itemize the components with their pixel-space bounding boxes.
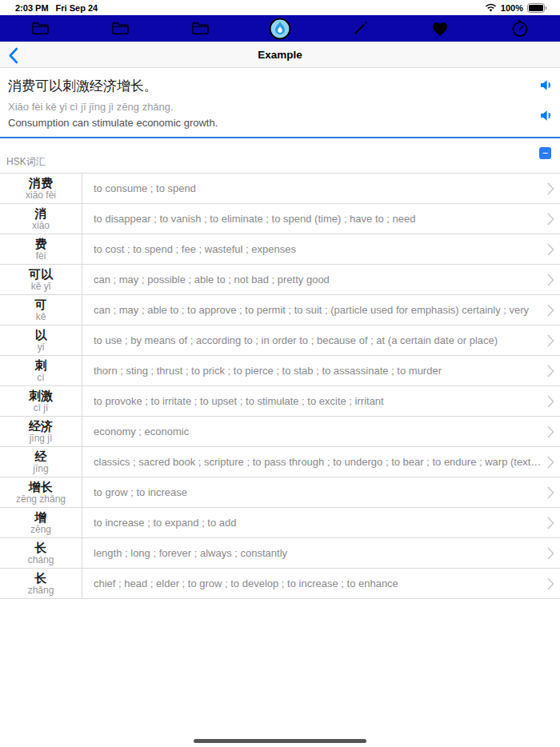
chevron-left-icon [8,47,18,64]
chevron-right-icon [547,547,554,560]
vocab-row[interactable]: 经 jīng classics ; sacred book ; scriptur… [0,447,560,477]
vocab-definition-cell: thorn ; sting ; thrust ; to prick ; to p… [82,356,560,385]
chevron-right-icon [547,304,554,317]
vocab-row[interactable]: 长 zhǎng chief ; head ; elder ; to grow ;… [0,569,560,599]
vocab-word-pinyin: zhǎng [28,585,54,596]
home-indicator[interactable] [194,739,366,743]
vocab-word-cell: 刺激 cì jī [0,386,82,416]
vocab-word-pinyin: jīng jì [30,433,53,444]
vocab-row[interactable]: 增长 zēng zhǎng to grow ; to increase [0,477,560,508]
page-title: Example [258,49,302,61]
vocab-definition: to cost ; to spend ; fee ; wasteful ; ex… [94,243,296,255]
vocab-definition-cell: to use ; by means of ; according to ; in… [82,326,560,355]
vocab-definition: to increase ; to expand ; to add [94,517,237,529]
play-audio-english-button[interactable] [540,110,553,122]
wifi-icon [485,3,497,12]
vocab-definition-cell: economy ; economic [82,417,560,446]
vocab-word: 费 [35,237,47,250]
nav-tab-history[interactable] [480,15,560,42]
vocab-row[interactable]: 长 cháng length ; long ; forever ; always… [0,538,560,569]
nav-tab-favorites[interactable] [400,15,480,42]
chevron-right-icon [547,486,554,499]
vocab-word-pinyin: zēng [30,524,51,535]
sentence-pinyin: Xiāo fèi kě yǐ cì jī jīng jì zēng zhǎng. [8,101,528,113]
vocab-row[interactable]: 增 zēng to increase ; to expand ; to add [0,508,560,538]
vocab-definition-cell: to grow ; to increase [82,477,560,507]
vocab-definition-cell: classics ; sacred book ; scripture ; to … [82,447,560,477]
speaker-icon [540,110,553,122]
vocab-row[interactable]: 消费 xiāo fèi to consume ; to spend [0,174,560,204]
vocab-word: 增 [35,510,47,524]
sentence-english: Consumption can stimulate economic growt… [8,117,528,129]
status-date: Fri Sep 24 [56,3,98,13]
chevron-right-icon [547,577,554,590]
vocab-section-label: HSK词汇 [6,155,46,169]
folder-icon [31,21,50,36]
vocab-word-pinyin: cháng [28,554,54,565]
vocab-row[interactable]: 可以 kě yǐ can ; may ; possible ; able to … [0,265,560,295]
vocab-row[interactable]: 以 yǐ to use ; by means of ; according to… [0,326,560,356]
vocab-definition: chief ; head ; elder ; to grow ; to deve… [94,577,398,589]
vocab-word-cell: 费 fèi [0,234,82,264]
vocab-word-cell: 增长 zēng zhǎng [0,477,82,507]
vocab-word-cell: 经 jīng [0,447,82,477]
chevron-right-icon [547,334,554,347]
vocab-word: 可以 [29,267,53,281]
nav-bar [0,15,560,42]
vocab-row[interactable]: 刺 cì thorn ; sting ; thrust ; to prick ;… [0,356,560,386]
vocab-definition-cell: can ; may ; possible ; able to ; not bad… [82,265,560,294]
sentence-card: 消费可以刺激经济增长。 Xiāo fèi kě yǐ cì jī jīng jì… [0,68,560,137]
vocab-definition: to grow ; to increase [94,486,187,498]
battery-icon [527,3,547,13]
chevron-right-icon [547,456,554,469]
vocab-word-pinyin: jīng [33,463,48,474]
vocab-word: 可 [35,298,47,311]
vocab-word-cell: 长 zhǎng [0,569,82,598]
vocab-word: 以 [35,328,47,342]
vocab-row[interactable]: 经济 jīng jì economy ; economic [0,417,560,447]
nav-tab-flashcards-active[interactable] [240,15,320,42]
vocab-word-pinyin: kě [36,311,46,322]
vocab-word: 经济 [29,419,53,433]
chevron-right-icon [547,395,554,408]
vocab-word: 消 [35,206,47,220]
vocab-word: 消费 [29,176,53,190]
vocab-row[interactable]: 消 xiāo to disappear ; to vanish ; to eli… [0,204,560,234]
vocab-word-pinyin: xiāo [32,220,50,231]
vocab-table: 消费 xiāo fèi to consume ; to spend 消 xiāo… [0,173,560,599]
timer-icon [510,19,530,38]
chevron-right-icon [547,182,554,195]
vocab-row[interactable]: 刺激 cì jī to provoke ; to irritate ; to u… [0,386,560,417]
status-bar: 2:03 PM Fri Sep 24 100% [0,0,560,15]
vocab-section-header: − HSK词汇 [0,138,560,173]
vocab-word: 刺 [35,358,47,372]
vocab-definition-cell: to provoke ; to irritate ; to upset ; to… [82,386,560,416]
vocab-row[interactable]: 可 kě can ; may ; able to ; to approve ; … [0,295,560,326]
vocab-definition: to disappear ; to vanish ; to eliminate … [94,213,416,225]
nav-tab-folder-3[interactable] [160,15,240,42]
chevron-right-icon [547,425,554,438]
vocab-word-cell: 刺 cì [0,356,82,385]
vocab-word-cell: 可以 kě yǐ [0,265,82,294]
vocab-word-pinyin: fèi [36,250,46,262]
chevron-right-icon [547,274,554,286]
nav-tab-edit[interactable] [320,15,400,42]
collapse-vocab-button[interactable]: − [539,147,551,159]
play-audio-chinese-button[interactable] [540,79,553,91]
vocab-definition: length ; long ; forever ; always ; const… [94,547,287,559]
vocab-word: 长 [35,571,47,585]
nav-tab-folder-1[interactable] [0,15,80,42]
back-button[interactable] [8,46,24,64]
pencil-icon [350,19,370,38]
chevron-right-icon [547,213,554,226]
vocab-word-pinyin: cì jī [34,402,49,413]
vocab-definition-cell: length ; long ; forever ; always ; const… [82,538,560,568]
chevron-right-icon [547,243,554,256]
vocab-word-cell: 消费 xiāo fèi [0,174,82,203]
nav-tab-folder-2[interactable] [80,15,160,42]
vocab-word-pinyin: zēng zhǎng [16,493,66,505]
vocab-definition: classics ; sacred book ; scripture ; to … [94,456,542,468]
vocab-row[interactable]: 费 fèi to cost ; to spend ; fee ; wastefu… [0,234,560,265]
vocab-definition: to use ; by means of ; according to ; in… [94,334,498,346]
vocab-definition: to consume ; to spend [94,182,196,194]
